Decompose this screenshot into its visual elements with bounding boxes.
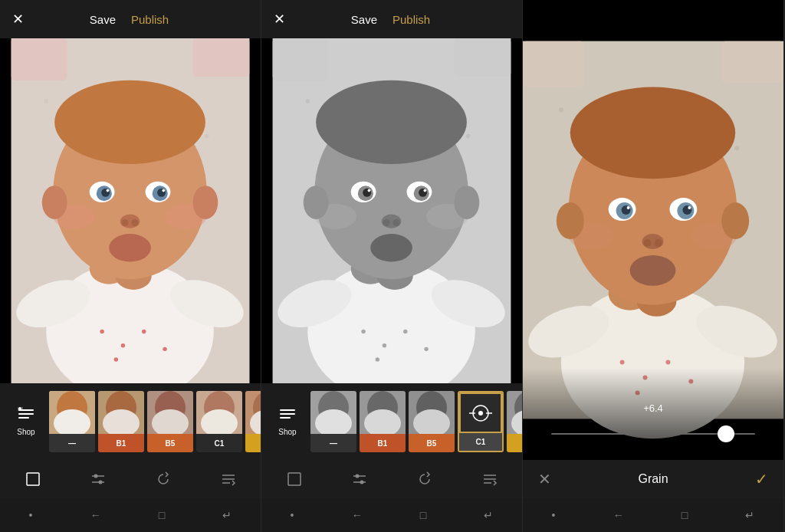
system-back-1[interactable]: ←: [90, 509, 101, 521]
publish-button-2[interactable]: Publish: [392, 13, 430, 26]
photo-area-1: [0, 38, 261, 383]
svg-point-4: [44, 99, 48, 103]
svg-point-92: [370, 234, 412, 261]
filter-b1-1[interactable]: B1: [98, 391, 144, 452]
panel-2: ✕ Save Publish: [261, 0, 523, 532]
shop-button-1[interactable]: Shop: [6, 391, 46, 452]
svg-point-80: [316, 80, 467, 164]
svg-point-26: [109, 234, 151, 261]
svg-rect-58: [27, 473, 39, 485]
svg-point-115: [478, 411, 483, 415]
system-recent-3[interactable]: ↵: [745, 509, 754, 521]
shop-label-2: Shop: [278, 428, 296, 436]
photo-area-3: +6.4: [523, 0, 783, 460]
filter-f2-1[interactable]: F2: [245, 391, 261, 452]
svg-point-97: [361, 330, 365, 333]
system-recent-2[interactable]: ↵: [484, 509, 493, 521]
system-back-2[interactable]: ←: [352, 509, 363, 521]
svg-point-114: [473, 406, 488, 421]
close-button-2[interactable]: ✕: [274, 11, 285, 28]
shop-button-2[interactable]: Shop: [268, 391, 307, 452]
filter-bar-2: Shop — B1: [261, 383, 522, 460]
svg-point-90: [383, 219, 390, 226]
adjust-icon-2[interactable]: [348, 468, 371, 491]
save-button-1[interactable]: Save: [90, 13, 116, 26]
svg-rect-102: [280, 409, 295, 411]
filter-b5-1[interactable]: B5: [147, 391, 193, 452]
photo-area-2: [261, 38, 522, 383]
svg-point-25: [131, 219, 138, 226]
filter-none-1[interactable]: —: [49, 391, 95, 452]
filter-b1-2[interactable]: B1: [360, 391, 406, 452]
top-bar-actions-1: Save Publish: [90, 13, 169, 26]
svg-point-30: [193, 186, 218, 219]
panel-3: +6.4 ✕ Grain ✓ • ← □ ↵: [523, 0, 784, 532]
system-recent-1[interactable]: ↵: [222, 509, 232, 521]
svg-point-35: [114, 357, 118, 361]
svg-point-98: [383, 343, 386, 347]
svg-point-24: [122, 219, 129, 226]
svg-point-32: [121, 343, 125, 347]
filter-b1-label-1: B1: [98, 434, 144, 452]
svg-rect-38: [18, 417, 29, 419]
system-back-3[interactable]: ←: [613, 509, 624, 521]
svg-point-70: [306, 99, 310, 103]
shop-icon-1: [18, 407, 34, 425]
filter-none-2[interactable]: —: [310, 391, 356, 452]
filter-c1-2[interactable]: C1: [458, 391, 504, 452]
history-icon-2[interactable]: [413, 468, 436, 491]
svg-point-158: [630, 255, 676, 286]
filter-f2-2[interactable]: F2: [507, 391, 522, 452]
filter-c1-1[interactable]: C1: [196, 391, 242, 452]
svg-point-101: [376, 357, 379, 361]
filter-b5-2[interactable]: B5: [409, 391, 455, 452]
svg-point-14: [54, 80, 205, 164]
svg-point-21: [107, 189, 110, 192]
grain-slider[interactable]: [551, 423, 754, 445]
baby-photo-2: [261, 38, 522, 383]
bottom-nav-1: [0, 460, 261, 498]
svg-point-34: [163, 347, 166, 351]
svg-point-60: [94, 475, 97, 478]
top-bar-1: ✕ Save Publish: [0, 0, 261, 38]
svg-point-146: [570, 87, 735, 179]
filter-bar-1: Shop — B1: [0, 383, 261, 460]
slider-thumb[interactable]: [718, 425, 734, 442]
system-nav-1: • ← □ ↵: [0, 498, 261, 532]
publish-button-1[interactable]: Publish: [131, 13, 169, 26]
filter-b1-label-2: B1: [360, 434, 406, 452]
svg-point-139: [734, 146, 739, 150]
svg-point-154: [688, 206, 691, 209]
frame-icon-2[interactable]: [283, 468, 306, 491]
baby-photo-1: [0, 38, 261, 383]
system-home-3[interactable]: □: [682, 509, 688, 521]
svg-rect-103: [280, 413, 295, 415]
svg-point-29: [42, 186, 67, 219]
svg-point-96: [455, 186, 480, 219]
history-icon-1[interactable]: [152, 468, 175, 491]
system-home-2[interactable]: □: [420, 509, 426, 521]
filter-c1-label-2: C1: [459, 433, 502, 451]
filter-b5-label-1: B5: [147, 434, 193, 452]
save-button-2[interactable]: Save: [351, 13, 377, 26]
filter-none-label-1: —: [49, 434, 95, 452]
more-icon-1[interactable]: [217, 468, 240, 491]
shop-label-1: Shop: [17, 428, 34, 436]
filter-none-label-2: —: [310, 434, 356, 452]
adjust-icon-1[interactable]: [87, 468, 110, 491]
svg-point-7: [205, 134, 209, 138]
grain-cancel-button[interactable]: ✕: [538, 470, 551, 488]
system-dot-3: •: [552, 509, 556, 521]
svg-point-22: [162, 189, 165, 192]
frame-icon-1[interactable]: [21, 468, 44, 491]
svg-point-62: [98, 481, 102, 484]
svg-point-33: [142, 330, 146, 333]
svg-point-87: [368, 189, 371, 192]
filter-c1-label-1: C1: [196, 434, 242, 452]
filter-f2-label-2: F2: [507, 434, 522, 452]
panel-1: ✕ Save Publish: [0, 0, 261, 532]
close-button-1[interactable]: ✕: [12, 11, 24, 28]
more-icon-2[interactable]: [478, 468, 501, 491]
grain-confirm-button[interactable]: ✓: [755, 470, 768, 488]
system-home-1[interactable]: □: [159, 509, 165, 521]
